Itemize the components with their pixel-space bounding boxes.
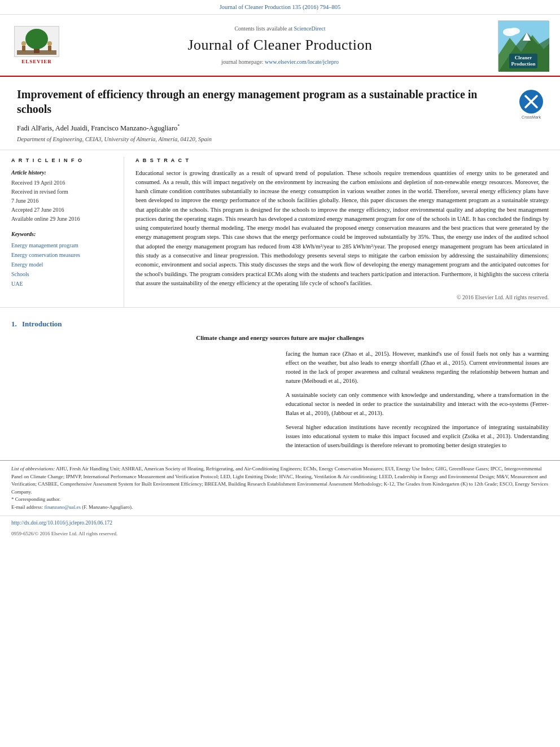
article-info-heading: A R T I C L E I N F O xyxy=(11,157,115,164)
keyword-3: Energy model xyxy=(11,260,115,269)
issn-line: 0959-6526/© 2016 Elsevier Ltd. All right… xyxy=(11,531,117,536)
svg-point-2 xyxy=(25,29,48,49)
intro-para1: facing the human race (Zhao et al., 2015… xyxy=(286,350,549,386)
intro-two-col: facing the human race (Zhao et al., 2015… xyxy=(11,350,549,461)
article-info-abstract: A R T I C L E I N F O Article history: R… xyxy=(0,150,560,308)
crossmark-badge: CrossMark xyxy=(519,90,543,120)
introduction-section: 1. Introduction Climate change and energ… xyxy=(0,308,560,460)
keywords-label: Keywords: xyxy=(11,230,115,238)
corresponding-asterisk: * xyxy=(177,124,180,129)
abstract-text: Educational sector is growing drasticall… xyxy=(135,169,549,288)
article-history-block: Article history: Received 19 April 2016 … xyxy=(11,169,115,224)
svg-point-3 xyxy=(21,41,26,46)
svg-point-12 xyxy=(509,28,520,34)
article-title-block: Improvement of efficiency through an ene… xyxy=(17,87,511,144)
keyword-4: Schools xyxy=(11,269,115,279)
email-author-name: (F. Manzano-Agugliaro). xyxy=(82,504,133,510)
journal-homepage-line: journal homepage: www.elsevier.com/locat… xyxy=(68,58,492,66)
author-email[interactable]: finanzano@ual.es xyxy=(44,504,81,510)
bottom-bar: http://dx.doi.org/10.1016/j.jclepro.2016… xyxy=(0,516,560,541)
keyword-2: Energy conservation measures xyxy=(11,250,115,260)
journal-cover-label: CleanerProduction xyxy=(509,54,538,68)
intro-left-col xyxy=(11,350,274,455)
intro-section-title: 1. Introduction xyxy=(11,319,549,329)
footnote-section: List of abbreviations: AHU, Fresh Air Ha… xyxy=(0,460,560,516)
article-dates: Received 19 April 2016 Received in revis… xyxy=(11,178,115,224)
svg-rect-6 xyxy=(48,46,51,51)
contents-available-line: Contents lists available at ScienceDirec… xyxy=(68,25,492,33)
article-affiliation: Department of Engineering, CEIA3, Univer… xyxy=(17,136,511,144)
elsevier-brand: ELSEVIER xyxy=(21,58,52,65)
journal-citation-bar: Journal of Cleaner Production 135 (2016)… xyxy=(0,0,560,15)
sciencedirect-link[interactable]: ScienceDirect xyxy=(294,25,325,32)
article-authors: Fadi AlFaris, Adel Juaidi, Francisco Man… xyxy=(17,123,511,134)
article-history-label: Article history: xyxy=(11,169,115,177)
journal-homepage-link[interactable]: www.elsevier.com/locate/jclepro xyxy=(265,59,339,65)
elsevier-tree-image xyxy=(14,26,59,57)
journal-header: ELSEVIER Contents lists available at Sci… xyxy=(0,15,560,77)
intro-para2: A sustainable society can only commence … xyxy=(286,391,549,418)
keyword-5: UAE xyxy=(11,279,115,289)
svg-point-5 xyxy=(47,41,52,46)
doi-link[interactable]: http://dx.doi.org/10.1016/j.jclepro.2016… xyxy=(11,519,549,527)
journal-cover-image: CleanerProduction xyxy=(498,20,549,71)
email-label: E-mail address: xyxy=(11,504,43,510)
keywords-block: Keywords: Energy management program Ener… xyxy=(11,230,115,289)
article-title-section: Improvement of efficiency through an ene… xyxy=(0,77,560,150)
abbreviations-label: List of abbreviations: xyxy=(11,466,55,471)
intro-right-col: facing the human race (Zhao et al., 2015… xyxy=(286,350,549,455)
abstract-heading: A B S T R A C T xyxy=(135,157,549,164)
intro-subtitle: Climate change and energy sources future… xyxy=(11,334,549,342)
svg-rect-4 xyxy=(22,46,25,51)
abbreviations-text: AHU, Fresh Air Handling Unit; ASHRAE, Am… xyxy=(11,466,548,495)
corresponding-label: * Corresponding author. xyxy=(11,496,60,502)
abstract-column: A B S T R A C T Educational sector is gr… xyxy=(124,157,549,307)
copyright-line: © 2016 Elsevier Ltd. All rights reserved… xyxy=(135,294,549,307)
elsevier-logo: ELSEVIER xyxy=(11,26,62,65)
keyword-1: Energy management program xyxy=(11,241,115,250)
journal-center: Contents lists available at ScienceDirec… xyxy=(68,25,492,65)
intro-para3: Several higher education institutions ha… xyxy=(286,423,549,451)
article-main-title: Improvement of efficiency through an ene… xyxy=(17,87,511,116)
journal-citation-text: Journal of Cleaner Production 135 (2016)… xyxy=(220,4,341,10)
article-info-column: A R T I C L E I N F O Article history: R… xyxy=(11,157,124,307)
journal-title: Journal of Cleaner Production xyxy=(68,35,492,55)
